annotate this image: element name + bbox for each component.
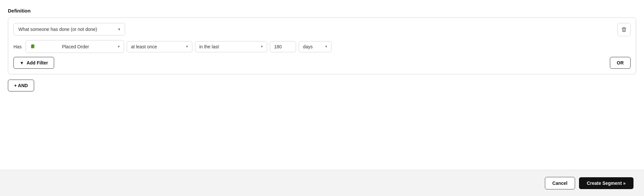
cancel-button[interactable]: Cancel bbox=[545, 177, 575, 189]
in-the-last-dropdown[interactable]: in the last ▾ bbox=[195, 41, 267, 52]
placed-order-chevron: ▾ bbox=[118, 44, 120, 49]
filter-icon: ▼ bbox=[20, 61, 24, 65]
days-number-input[interactable] bbox=[270, 41, 296, 52]
trash-icon bbox=[621, 27, 627, 32]
condition-top-row: What someone has done (or not done) ▾ bbox=[13, 23, 631, 36]
placed-order-label: Placed Order bbox=[62, 44, 89, 49]
in-the-last-label: in the last bbox=[199, 44, 219, 49]
shopify-icon bbox=[30, 43, 36, 50]
has-label: Has bbox=[13, 44, 22, 49]
condition-bottom-row: ▼ Add Filter OR bbox=[13, 57, 631, 69]
and-button[interactable]: + AND bbox=[8, 80, 34, 91]
add-filter-label: Add Filter bbox=[27, 60, 48, 65]
days-chevron: ▾ bbox=[325, 44, 327, 49]
cancel-label: Cancel bbox=[552, 181, 568, 186]
what-dropdown-chevron: ▾ bbox=[118, 27, 120, 32]
and-label: + AND bbox=[14, 83, 28, 88]
what-dropdown[interactable]: What someone has done (or not done) ▾ bbox=[13, 23, 125, 36]
create-segment-label: Create Segment » bbox=[587, 181, 626, 186]
what-dropdown-label: What someone has done (or not done) bbox=[18, 27, 97, 32]
add-filter-button[interactable]: ▼ Add Filter bbox=[13, 57, 54, 69]
delete-button[interactable] bbox=[617, 23, 631, 36]
in-the-last-chevron: ▾ bbox=[261, 44, 263, 49]
at-least-once-dropdown[interactable]: at least once ▾ bbox=[127, 41, 192, 52]
condition-row: Has Placed Order ▾ at least once ▾ bbox=[13, 40, 631, 53]
or-button[interactable]: OR bbox=[610, 57, 631, 69]
or-label: OR bbox=[617, 60, 624, 65]
section-title: Definition bbox=[8, 8, 636, 13]
footer-bar: Cancel Create Segment » bbox=[0, 170, 644, 196]
condition-card: What someone has done (or not done) ▾ Ha… bbox=[8, 17, 636, 74]
placed-order-dropdown[interactable]: Placed Order ▾ bbox=[26, 40, 124, 53]
create-segment-button[interactable]: Create Segment » bbox=[579, 177, 633, 189]
at-least-once-chevron: ▾ bbox=[186, 44, 188, 49]
days-label: days bbox=[303, 44, 313, 49]
at-least-once-label: at least once bbox=[131, 44, 157, 49]
days-dropdown[interactable]: days ▾ bbox=[299, 41, 332, 52]
